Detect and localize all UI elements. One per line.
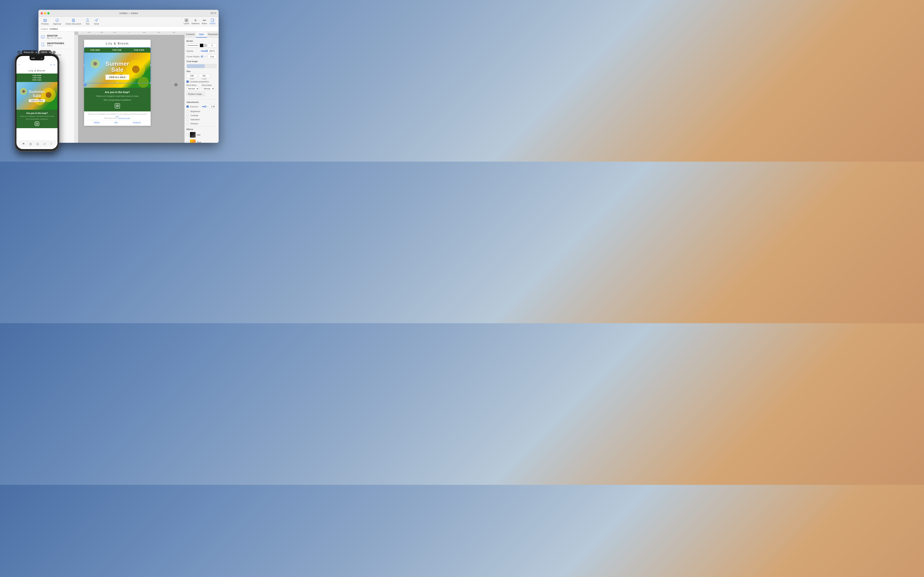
exposure-slider[interactable] bbox=[202, 106, 208, 107]
svg-point-39 bbox=[37, 123, 38, 123]
iphone-down-button[interactable]: ∨ bbox=[53, 63, 55, 66]
email-nav-item-kids[interactable]: FOR KIDS bbox=[134, 49, 144, 51]
device-item-smartphones[interactable]: SMARTPHONES Retina bbox=[39, 40, 74, 48]
tab-style[interactable]: Style bbox=[196, 32, 207, 37]
effect-item-noir[interactable]: Noir bbox=[186, 132, 217, 138]
toolbar-check-document[interactable]: Check Document bbox=[66, 18, 81, 25]
height-input[interactable] bbox=[199, 74, 210, 77]
footer-link-blog[interactable]: Blog bbox=[115, 121, 118, 123]
border-width-input[interactable] bbox=[208, 44, 217, 47]
layout-icons: Layout Distances Rulers bbox=[184, 18, 216, 24]
smartphones-sub: Retina bbox=[47, 45, 72, 47]
toolbar-approval[interactable]: Approval bbox=[53, 18, 61, 25]
window-title: Untitled — Edited bbox=[119, 12, 138, 15]
flag-icon[interactable]: ⚑ bbox=[22, 142, 25, 146]
approval-label: Approval bbox=[53, 23, 61, 25]
approval-icon bbox=[55, 18, 59, 23]
exposure-checkbox[interactable] bbox=[186, 105, 189, 108]
border-style-selector[interactable] bbox=[186, 44, 199, 47]
exposure-input[interactable] bbox=[209, 105, 217, 108]
info-button[interactable]: ? bbox=[53, 51, 56, 54]
svg-point-38 bbox=[37, 123, 37, 124]
smartphones-info: SMARTPHONES Retina bbox=[47, 42, 72, 47]
footer-link-impressum[interactable]: Impressum bbox=[133, 121, 141, 123]
svg-rect-10 bbox=[185, 21, 186, 22]
sidebar-tabs: Contents Style Teamwork bbox=[185, 32, 219, 38]
maximize-button[interactable] bbox=[47, 12, 50, 15]
saturation-checkbox[interactable] bbox=[186, 118, 189, 121]
noir-checkbox[interactable] bbox=[186, 134, 189, 136]
sharpen-checkbox[interactable] bbox=[186, 122, 189, 125]
toolbar-preview[interactable]: Preview bbox=[41, 18, 48, 25]
adjustments-title: Adjustments bbox=[186, 101, 217, 103]
contrast-checkbox[interactable] bbox=[186, 114, 189, 116]
iphone-instagram-icon[interactable] bbox=[35, 121, 39, 126]
toolbar-send[interactable]: Send bbox=[94, 18, 99, 25]
blend-mask-select[interactable]: Normal Multiply bbox=[202, 87, 215, 90]
saturation-row: Saturation bbox=[186, 118, 217, 121]
rulers-button[interactable]: Rulers bbox=[202, 18, 207, 24]
email-header: Lily & Bloom bbox=[84, 40, 150, 48]
constrain-checkbox[interactable] bbox=[186, 81, 189, 83]
device-item-desktop[interactable]: DESKTOP Mac, PC & Tablets bbox=[39, 33, 74, 40]
email-brand: Lily & Bloom bbox=[86, 42, 149, 45]
sidebar-button[interactable]: Sidebar bbox=[209, 18, 216, 24]
forward-icon[interactable]: ⤴ bbox=[50, 142, 52, 146]
instagram-icon[interactable] bbox=[115, 103, 120, 108]
rotate-handle[interactable] bbox=[174, 83, 178, 86]
opacity-input[interactable] bbox=[208, 49, 217, 53]
blend-mode-select[interactable]: Normal Multiply Screen bbox=[186, 87, 199, 90]
iphone-hero-cta[interactable]: VIEW ALL SALE bbox=[29, 99, 45, 102]
tab-contents[interactable]: Contents bbox=[185, 32, 196, 37]
brightness-checkbox[interactable] bbox=[186, 110, 189, 113]
preview-close-button[interactable]: ✕ bbox=[18, 51, 21, 54]
replace-image-button[interactable]: Replace image... bbox=[186, 92, 205, 96]
section-select-handle[interactable] bbox=[84, 84, 87, 86]
opacity-control bbox=[201, 49, 217, 53]
iphone-email-nav: FOR HER FOR HIM FOR KIDS bbox=[16, 74, 58, 82]
layout-button[interactable]: Layout bbox=[184, 18, 189, 24]
right-sidebar: Contents Style Teamwork Border bbox=[184, 32, 219, 143]
border-color-swatch[interactable] bbox=[200, 44, 204, 47]
iphone-back-button[interactable]: ‹ bbox=[19, 63, 19, 66]
close-button[interactable] bbox=[40, 12, 43, 15]
print-thumbnail bbox=[190, 139, 196, 143]
canvas-area[interactable]: -300 -200 -100 0 100 200 300 Lily & Bloo… bbox=[74, 32, 184, 143]
zoom-selector[interactable]: 100 % 75 % 50 % bbox=[39, 50, 52, 54]
trash-icon[interactable]: ⊟ bbox=[36, 142, 39, 146]
effect-item-print[interactable]: Print bbox=[186, 139, 217, 143]
corner-radius-thumb[interactable] bbox=[201, 56, 203, 58]
folder-icon[interactable]: ⊞ bbox=[29, 142, 32, 146]
email-nav-item-him[interactable]: FOR HIM bbox=[112, 49, 121, 51]
crop-image-control[interactable] bbox=[186, 64, 217, 68]
contrast-label: Contrast bbox=[191, 114, 198, 116]
footer-link-website[interactable]: Website bbox=[94, 121, 100, 123]
print-checkbox[interactable] bbox=[186, 141, 189, 143]
constrain-row: Constrain proportions bbox=[186, 81, 217, 83]
opacity-thumb[interactable] bbox=[206, 50, 208, 52]
corner-radius-input[interactable] bbox=[208, 55, 217, 58]
footer-links: Website Blog Impressum bbox=[86, 120, 149, 124]
subject-value[interactable]: Untitled bbox=[50, 27, 58, 30]
blend-mode-label: Blend Mode bbox=[186, 84, 201, 86]
exposure-thumb[interactable] bbox=[204, 106, 206, 108]
loop-text-1: Follow us on Instagram to get faster acc… bbox=[86, 95, 149, 98]
opacity-row: Opacity bbox=[186, 49, 217, 53]
iphone-up-button[interactable]: ∧ bbox=[50, 63, 52, 66]
minimize-button[interactable] bbox=[44, 12, 46, 15]
device-selector[interactable]: iPhone XS iPhone 12 iPhone 14 bbox=[22, 50, 38, 54]
tab-teamwork[interactable]: Teamwork bbox=[207, 32, 219, 37]
hero-cta[interactable]: VIEW ALL SALE bbox=[105, 75, 129, 80]
toolbar-test[interactable]: Test bbox=[86, 18, 90, 25]
desktop-name: DESKTOP bbox=[47, 35, 72, 37]
reply-icon[interactable]: ↩ bbox=[44, 142, 46, 146]
email-nav-item-her[interactable]: FOR HER bbox=[90, 49, 100, 51]
sharpen-label: Sharpen bbox=[191, 122, 198, 125]
iphone-loop-section: Are you in the loop? Follow us on Instag… bbox=[16, 110, 58, 128]
border-opacity-swatch[interactable] bbox=[204, 44, 207, 47]
opacity-slider[interactable] bbox=[201, 51, 207, 52]
corner-radius-slider[interactable] bbox=[201, 56, 207, 57]
width-input[interactable] bbox=[186, 74, 197, 77]
iphone-time: 9:41 bbox=[31, 57, 35, 59]
distances-button[interactable]: Distances bbox=[191, 18, 200, 24]
